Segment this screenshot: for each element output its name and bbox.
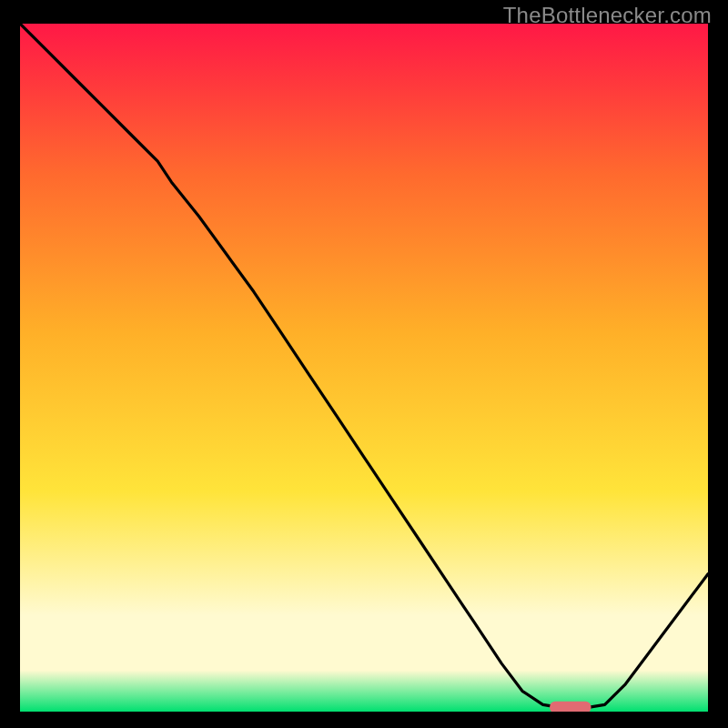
chart-frame — [20, 24, 708, 712]
bottleneck-chart — [20, 24, 708, 712]
optimal-range-marker — [550, 702, 591, 712]
